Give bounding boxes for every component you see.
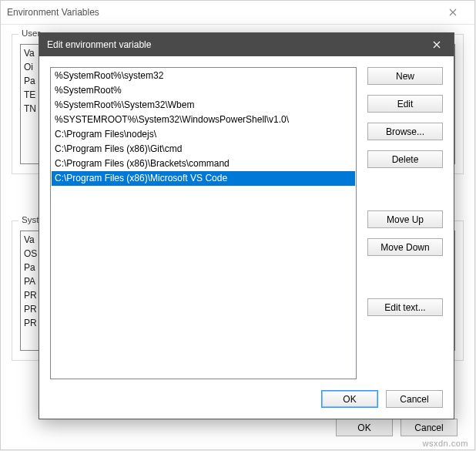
env-vars-cancel-button[interactable]: Cancel [401,419,458,436]
path-item[interactable]: C:\Program Files (x86)\Brackets\command [52,157,355,171]
path-item[interactable]: C:\Program Files (x86)\Microsoft VS Code [52,171,355,186]
env-vars-titlebar: Environment Variables [1,1,474,25]
move-down-button[interactable]: Move Down [367,238,443,256]
path-item[interactable]: %SystemRoot%\System32\Wbem [52,98,355,113]
env-vars-title: Environment Variables [7,7,99,18]
dialog-close-button[interactable] [419,33,454,56]
edit-text-button[interactable]: Edit text... [367,298,443,316]
dialog-title: Edit environment variable [47,39,151,50]
path-item[interactable]: %SystemRoot%\system32 [52,69,355,83]
path-item[interactable]: C:\Program Files\nodejs\ [52,127,355,142]
move-up-button[interactable]: Move Up [367,210,443,228]
edit-env-var-dialog: Edit environment variable %SystemRoot%\s… [39,32,454,419]
path-item[interactable]: C:\Program Files (x86)\Git\cmd [52,142,355,157]
dialog-cancel-button[interactable]: Cancel [386,390,443,408]
path-item[interactable]: %SYSTEMROOT%\System32\WindowsPowerShell\… [52,113,355,127]
edit-button[interactable]: Edit [367,95,443,113]
delete-button[interactable]: Delete [367,150,443,168]
env-vars-close-button[interactable] [437,1,468,24]
dialog-button-column: New Edit Browse... Delete Move Up Move D… [367,67,443,379]
close-icon [449,8,457,16]
dialog-bottom-buttons: OK Cancel [39,379,454,419]
new-button[interactable]: New [367,67,443,85]
path-list[interactable]: %SystemRoot%\system32%SystemRoot%%System… [50,67,357,379]
path-item[interactable]: %SystemRoot% [52,83,355,98]
close-icon [433,41,441,49]
browse-button[interactable]: Browse... [367,123,443,140]
watermark-text: wsxdn.com [422,439,468,448]
env-vars-ok-button[interactable]: OK [336,419,393,436]
dialog-ok-button[interactable]: OK [321,390,378,408]
dialog-titlebar: Edit environment variable [39,33,454,56]
